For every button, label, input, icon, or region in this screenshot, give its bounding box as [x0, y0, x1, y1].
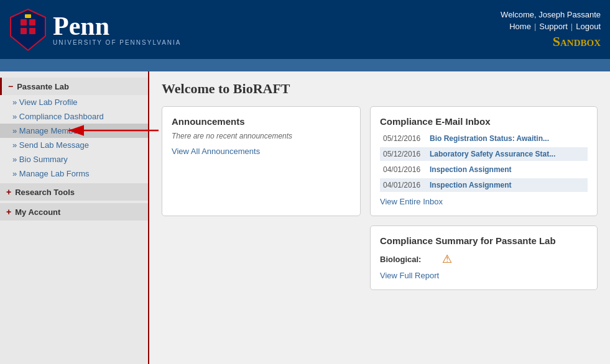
penn-shield-icon	[9, 8, 47, 52]
compliance-dashboard-link[interactable]: » Compliance Dashboard	[12, 112, 104, 121]
welcome-text: Welcome, Joseph Passante	[501, 10, 601, 19]
email-subject-link[interactable]: Inspection Assignment	[430, 165, 512, 174]
collapse-icon: −	[8, 81, 13, 91]
email-row: 05/12/2016 Laboratory Safety Assurance S…	[380, 147, 588, 161]
email-row: 05/12/2016 Bio Registration Status: Awai…	[380, 132, 588, 145]
email-inbox-title: Compliance E-Mail Inbox	[380, 116, 588, 127]
email-row: 04/01/2016 Inspection Assignment	[380, 163, 588, 176]
svg-rect-5	[29, 28, 35, 34]
email-date: 05/12/2016	[383, 150, 430, 158]
sandbox-label: Sandbox	[553, 34, 601, 50]
svg-rect-4	[21, 28, 27, 34]
send-lab-message-link[interactable]: » Send Lab Message	[12, 140, 89, 150]
support-link[interactable]: Support	[539, 22, 568, 31]
email-subject-link[interactable]: Inspection Assignment	[430, 181, 512, 189]
no-announcements-text: There are no recent announcements	[172, 132, 351, 140]
penn-text: Penn University of Pennsylvania	[53, 13, 181, 46]
penn-subtitle: University of Pennsylvania	[53, 39, 181, 46]
sidebar-lab-name: Passante Lab	[17, 82, 69, 91]
compliance-row: Biological: ⚠	[380, 252, 588, 266]
email-card: Compliance E-Mail Inbox 05/12/2016 Bio R…	[370, 106, 598, 216]
logo-area: Penn University of Pennsylvania	[9, 8, 181, 52]
research-tools-label: Research Tools	[15, 188, 75, 197]
svg-rect-6	[25, 14, 31, 18]
header-right: Welcome, Joseph Passante Home | Support …	[501, 10, 601, 50]
sidebar-item-manage-members[interactable]: » Manage Members	[0, 124, 148, 138]
blue-bar	[0, 59, 610, 71]
announcements-title: Announcements	[172, 116, 351, 127]
email-subject-link[interactable]: Laboratory Safety Assurance Stat...	[430, 150, 555, 158]
bio-summary-link[interactable]: » Bio Summary	[12, 155, 68, 164]
email-row: 04/01/2016 Inspection Assignment	[380, 178, 588, 192]
sidebar-item-manage-lab-forms[interactable]: » Manage Lab Forms	[0, 166, 148, 181]
home-link[interactable]: Home	[509, 22, 531, 31]
sidebar-item-bio-summary[interactable]: » Bio Summary	[0, 152, 148, 166]
page-title: Welcome to BioRAFT	[162, 81, 598, 97]
sidebar: − Passante Lab » View Lab Profile » Comp…	[0, 71, 149, 364]
announcements-card: Announcements There are no recent announ…	[162, 106, 361, 216]
compliance-card: Compliance Summary for Passante Lab Biol…	[370, 225, 598, 290]
manage-members-link[interactable]: » Manage Members	[12, 126, 85, 135]
my-account-label: My Account	[15, 207, 60, 217]
sidebar-item-view-lab-profile[interactable]: » View Lab Profile	[0, 95, 148, 109]
warning-icon: ⚠	[442, 252, 452, 266]
cards-row: Announcements There are no recent announ…	[162, 106, 598, 216]
email-subject-link[interactable]: Bio Registration Status: Awaitin...	[430, 134, 549, 143]
sidebar-item-compliance-dashboard[interactable]: » Compliance Dashboard	[0, 109, 148, 124]
svg-rect-3	[29, 19, 35, 25]
expand-research-icon: +	[6, 187, 11, 197]
compliance-summary-title: Compliance Summary for Passante Lab	[380, 235, 588, 246]
penn-name: Penn	[53, 13, 181, 39]
expand-account-icon: +	[6, 207, 11, 217]
sidebar-section-my-account[interactable]: + My Account	[0, 203, 148, 221]
sidebar-section-research-tools[interactable]: + Research Tools	[0, 183, 148, 201]
view-all-announcements-link[interactable]: View All Announcements	[172, 147, 260, 156]
main-layout: − Passante Lab » View Lab Profile » Comp…	[0, 71, 610, 364]
view-full-report-link[interactable]: View Full Report	[380, 271, 439, 280]
nav-links: Home | Support | Logout	[509, 22, 601, 31]
biological-label: Biological:	[380, 255, 442, 264]
view-lab-profile-link[interactable]: » View Lab Profile	[12, 98, 78, 107]
sidebar-item-send-lab-message[interactable]: » Send Lab Message	[0, 138, 148, 152]
email-date: 05/12/2016	[383, 134, 430, 143]
content: Welcome to BioRAFT Announcements There a…	[149, 71, 610, 364]
manage-lab-forms-link[interactable]: » Manage Lab Forms	[12, 169, 90, 178]
sidebar-lab-header[interactable]: − Passante Lab	[0, 78, 148, 95]
email-date: 04/01/2016	[383, 165, 430, 174]
logout-link[interactable]: Logout	[576, 22, 601, 31]
view-inbox-link[interactable]: View Entire Inbox	[380, 197, 588, 206]
header: Penn University of Pennsylvania Welcome,…	[0, 0, 610, 59]
email-date: 04/01/2016	[383, 181, 430, 189]
svg-rect-2	[21, 19, 27, 25]
